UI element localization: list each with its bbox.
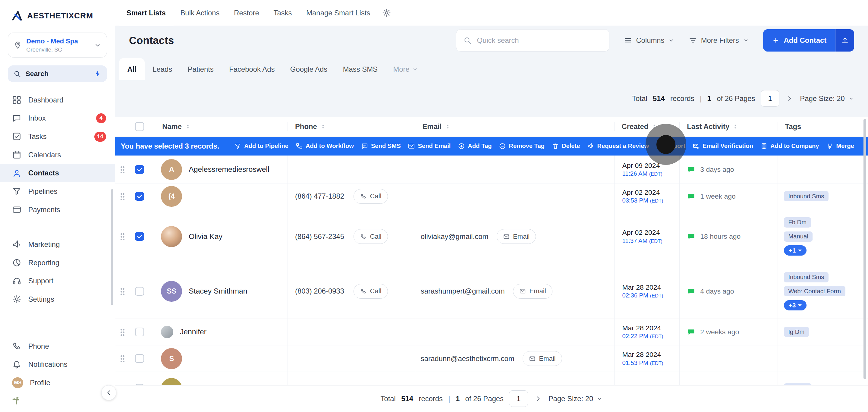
sidebar-item-marketing[interactable]: Marketing xyxy=(0,235,115,254)
quick-search[interactable] xyxy=(456,29,610,51)
page-number-input[interactable] xyxy=(509,390,528,407)
tag-pill[interactable]: Manual xyxy=(784,231,813,242)
sidebar-item-reporting[interactable]: Reporting xyxy=(0,254,115,272)
tab-smart-lists[interactable]: Smart Lists xyxy=(119,0,173,26)
column-header-created[interactable]: Created xyxy=(615,122,680,131)
sidebar-item-profile[interactable]: MS Profile xyxy=(0,374,115,392)
bulk-action-add-to-pipeline[interactable]: Add to Pipeline xyxy=(234,142,288,150)
sidebar-search[interactable]: Search xyxy=(8,65,107,82)
email-button[interactable]: Email xyxy=(523,351,562,366)
column-header-phone[interactable]: Phone xyxy=(288,122,415,131)
tab-bulk-actions[interactable]: Bulk Actions xyxy=(173,0,227,26)
row-checkbox[interactable] xyxy=(135,287,144,296)
columns-dropdown[interactable]: Columns xyxy=(624,36,675,44)
email-button[interactable]: Email xyxy=(497,229,536,244)
next-page-icon[interactable] xyxy=(535,395,542,402)
add-contact-button[interactable]: Add Contact xyxy=(763,29,835,51)
sidebar-item-contacts[interactable]: Contacts xyxy=(0,164,115,182)
more-tags-pill[interactable]: +1 xyxy=(784,245,807,256)
bulk-action-add-to-workflow[interactable]: Add to Workflow xyxy=(296,142,354,150)
bulk-action-send-email[interactable]: Send Email xyxy=(408,142,451,150)
column-header-email[interactable]: Email xyxy=(415,122,615,131)
sidebar-item-phone[interactable]: Phone xyxy=(0,337,115,356)
column-header-last-activity[interactable]: Last Activity xyxy=(680,122,778,131)
tab-manage-smart-lists[interactable]: Manage Smart Lists xyxy=(299,0,377,26)
contact-name[interactable]: Jennifer xyxy=(180,327,207,336)
select-all-checkbox[interactable] xyxy=(135,122,144,131)
table-row[interactable]: Olivia Kay (864) 567-2345 Call oliviakay… xyxy=(115,209,868,264)
drag-handle-icon[interactable] xyxy=(120,355,125,362)
call-button[interactable]: Call xyxy=(353,284,388,299)
sidebar-item-notifications[interactable]: Notifications xyxy=(0,355,115,374)
row-checkbox[interactable] xyxy=(135,165,144,174)
sort-icon[interactable] xyxy=(733,123,738,130)
sort-icon[interactable] xyxy=(320,123,326,130)
tab-restore[interactable]: Restore xyxy=(227,0,266,26)
tab-tasks[interactable]: Tasks xyxy=(267,0,299,26)
contact-name[interactable]: Olivia Kay xyxy=(189,232,222,241)
import-contacts-button[interactable] xyxy=(835,29,854,51)
bulk-action-email-verification[interactable]: Email Verification xyxy=(692,142,753,150)
page-size-select[interactable]: Page Size: 20 xyxy=(800,94,854,103)
smart-list-settings-gear-icon[interactable] xyxy=(382,8,391,18)
row-checkbox[interactable] xyxy=(135,327,144,336)
tag-pill[interactable]: Fb Dm xyxy=(784,217,811,227)
more-tags-pill[interactable]: +3 xyxy=(784,300,807,310)
drag-handle-icon[interactable] xyxy=(120,288,125,295)
tag-pill[interactable]: Inbound Sms xyxy=(784,191,829,201)
sidebar-collapse-button[interactable] xyxy=(101,385,116,400)
table-row[interactable]: S saradunn@aesthetixcrm.com Email Mar 28… xyxy=(115,345,868,372)
main-scrollbar[interactable] xyxy=(864,119,866,379)
row-checkbox[interactable] xyxy=(135,192,144,201)
table-row[interactable]: Jennifer Mar 28 2024 02:22 PM (EDT) 2 we… xyxy=(115,319,868,345)
location-switcher[interactable]: Demo - Med Spa Greenville, SC xyxy=(8,33,107,58)
column-header-tags[interactable]: Tags xyxy=(778,122,868,131)
sort-icon[interactable] xyxy=(185,123,190,130)
bulk-action-remove-tag[interactable]: Remove Tag xyxy=(499,142,545,150)
email-button[interactable]: Email xyxy=(513,284,553,299)
sidebar-item-support[interactable]: Support xyxy=(0,272,115,290)
table-row[interactable]: SS Stacey Smithman (803) 206-0933 Call s… xyxy=(115,264,868,319)
bulk-action-add-tag[interactable]: Add Tag xyxy=(458,142,492,150)
page-number-input[interactable] xyxy=(761,90,779,107)
drag-handle-icon[interactable] xyxy=(120,193,125,200)
bulk-action-merge[interactable]: Merge xyxy=(826,142,854,150)
column-header-name[interactable]: Name xyxy=(150,122,288,131)
sort-icon[interactable] xyxy=(445,123,450,130)
sidebar-item-inbox[interactable]: Inbox 4 xyxy=(0,109,115,127)
drag-handle-icon[interactable] xyxy=(120,328,125,336)
call-button[interactable]: Call xyxy=(353,229,388,244)
bulk-action-request-review[interactable]: Request a Review xyxy=(587,142,649,150)
bulk-action-send-sms[interactable]: Send SMS xyxy=(361,142,401,150)
list-tab-leads[interactable]: Leads xyxy=(145,58,180,80)
quick-search-input[interactable] xyxy=(476,36,602,45)
list-tab-google-ads[interactable]: Google Ads xyxy=(282,58,335,80)
sidebar-item-dashboard[interactable]: Dashboard xyxy=(0,91,115,109)
bulk-action-export[interactable]: Export xyxy=(656,142,685,150)
list-tab-patients[interactable]: Patients xyxy=(180,58,221,80)
sidebar-item-tasks[interactable]: Tasks 14 xyxy=(0,127,115,146)
drag-handle-icon[interactable] xyxy=(120,166,125,173)
tag-pill[interactable]: Web: Contact Form xyxy=(784,286,845,296)
row-checkbox[interactable] xyxy=(135,354,144,363)
list-tab-mass-sms[interactable]: Mass SMS xyxy=(335,58,385,80)
tag-pill[interactable]: Ig Dm xyxy=(784,327,809,337)
contact-name[interactable]: Stacey Smithman xyxy=(189,287,247,295)
sidebar-item-calendars[interactable]: Calendars xyxy=(0,146,115,164)
bulk-action-delete[interactable]: Delete xyxy=(552,142,580,150)
table-row[interactable]: A Agelessremediesroswell Apr 09 2024 11:… xyxy=(115,156,868,184)
list-tab-more[interactable]: More xyxy=(385,58,426,80)
tag-pill[interactable]: Inbound Sms xyxy=(784,272,829,282)
contact-name[interactable]: Agelessremediesroswell xyxy=(189,165,269,173)
sort-icon[interactable] xyxy=(652,123,657,130)
sidebar-scrollbar[interactable] xyxy=(111,189,113,305)
more-filters-dropdown[interactable]: More Filters xyxy=(689,36,749,44)
list-tab-all[interactable]: All xyxy=(119,58,145,80)
sidebar-item-pipelines[interactable]: Pipelines xyxy=(0,182,115,201)
sidebar-item-settings[interactable]: Settings xyxy=(0,290,115,305)
page-size-select[interactable]: Page Size: 20 xyxy=(549,394,603,403)
next-page-icon[interactable] xyxy=(786,95,793,102)
sidebar-item-payments[interactable]: Payments xyxy=(0,200,115,219)
list-tab-facebook-ads[interactable]: Facebook Ads xyxy=(221,58,283,80)
call-button[interactable]: Call xyxy=(353,189,388,204)
